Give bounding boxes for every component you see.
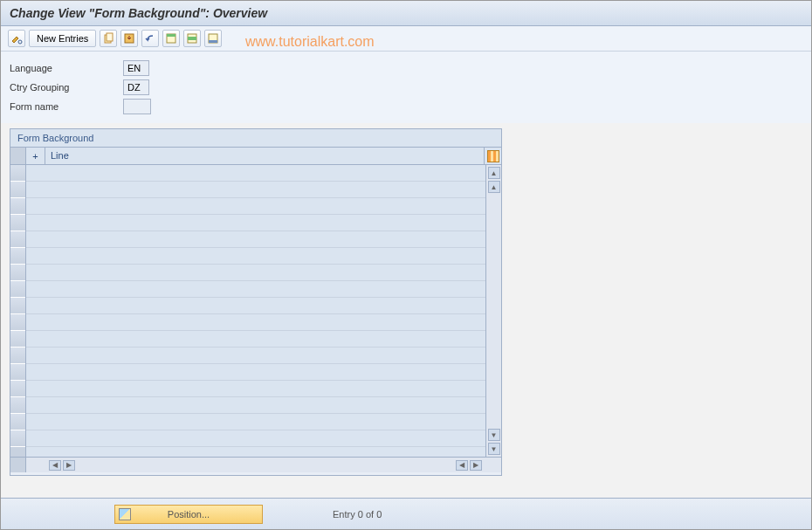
- table-data-area[interactable]: [26, 165, 485, 457]
- table-row[interactable]: [26, 231, 485, 248]
- row-selector[interactable]: [10, 198, 25, 215]
- table-row[interactable]: [26, 430, 485, 447]
- footer-bar: Position... Entry 0 of 0: [1, 498, 811, 529]
- table-row[interactable]: [26, 331, 485, 348]
- vertical-scrollbar[interactable]: ▲ ▲ ▼ ▼: [485, 165, 501, 457]
- table-corner: [10, 458, 26, 472]
- ctry-grouping-label: Ctry Grouping: [10, 82, 123, 93]
- table-config-icon[interactable]: [484, 148, 501, 164]
- svg-rect-7: [188, 37, 196, 40]
- table-row[interactable]: [26, 381, 485, 397]
- row-selector[interactable]: [10, 165, 25, 182]
- row-selector[interactable]: [10, 331, 25, 348]
- row-selector[interactable]: [10, 231, 25, 248]
- table-row[interactable]: [26, 215, 485, 231]
- row-selector[interactable]: [10, 215, 25, 231]
- row-selector[interactable]: [10, 430, 25, 447]
- table-row[interactable]: [26, 414, 485, 430]
- copy-icon[interactable]: [100, 30, 117, 47]
- language-label: Language: [10, 63, 123, 73]
- edit-glasses-icon[interactable]: [8, 30, 25, 47]
- select-all-icon[interactable]: [162, 30, 180, 47]
- scroll-down2-icon[interactable]: ▼: [488, 443, 500, 455]
- column-header-line[interactable]: Line: [45, 148, 484, 164]
- row-selector[interactable]: [10, 397, 25, 414]
- row-selector[interactable]: [10, 414, 25, 430]
- table-header: + Line: [10, 148, 501, 165]
- row-selector[interactable]: [10, 364, 25, 381]
- row-selector[interactable]: [10, 182, 25, 198]
- scroll-up2-icon[interactable]: ▲: [488, 181, 500, 193]
- select-all-column[interactable]: [10, 148, 26, 164]
- position-icon: [119, 508, 131, 520]
- row-selector[interactable]: [10, 348, 25, 364]
- table-title: Form Background: [10, 129, 501, 148]
- scroll-right-icon[interactable]: ▶: [63, 460, 75, 471]
- row-selector[interactable]: [10, 314, 25, 331]
- undo-icon[interactable]: [141, 30, 159, 47]
- svg-point-0: [18, 40, 22, 44]
- svg-rect-5: [167, 34, 175, 37]
- new-entries-button[interactable]: New Entries: [29, 30, 96, 47]
- scroll-down-icon[interactable]: ▼: [488, 429, 500, 441]
- scroll-up-icon[interactable]: ▲: [488, 167, 500, 179]
- form-name-field[interactable]: [123, 99, 151, 114]
- scroll-left2-icon[interactable]: ◀: [456, 460, 468, 471]
- language-field[interactable]: [123, 60, 149, 76]
- row-selector[interactable]: [10, 281, 25, 298]
- table-row[interactable]: [26, 182, 485, 198]
- position-button[interactable]: Position...: [114, 505, 263, 524]
- select-block-icon[interactable]: [183, 30, 201, 47]
- row-selector[interactable]: [10, 381, 25, 397]
- row-selector[interactable]: [10, 298, 25, 314]
- position-label: Position...: [168, 509, 210, 520]
- row-selector[interactable]: [10, 265, 25, 281]
- table-row[interactable]: [26, 348, 485, 364]
- table-row[interactable]: [26, 248, 485, 265]
- ctry-grouping-field[interactable]: [123, 79, 149, 95]
- table-row[interactable]: [26, 298, 485, 314]
- page-title: Change View "Form Background": Overview: [1, 1, 811, 26]
- table-row[interactable]: [26, 265, 485, 281]
- save-exit-icon[interactable]: [120, 30, 138, 47]
- row-selector[interactable]: [10, 248, 25, 265]
- column-header-plus[interactable]: +: [26, 148, 45, 164]
- table-row[interactable]: [26, 165, 485, 182]
- form-name-label: Form name: [10, 101, 123, 112]
- scroll-left-icon[interactable]: ◀: [49, 460, 61, 471]
- horizontal-scrollbar[interactable]: ◀ ▶ ◀ ▶: [10, 457, 501, 472]
- table-row[interactable]: [26, 397, 485, 414]
- toolbar: New Entries: [1, 26, 811, 52]
- table-row[interactable]: [26, 281, 485, 298]
- scroll-right2-icon[interactable]: ▶: [470, 460, 482, 471]
- table-row[interactable]: [26, 198, 485, 215]
- selection-form: Language Ctry Grouping Form name: [1, 52, 811, 123]
- svg-rect-9: [209, 40, 217, 43]
- entry-count-text: Entry 0 of 0: [333, 509, 382, 520]
- row-selector-column: [10, 165, 26, 457]
- table-row[interactable]: [26, 364, 485, 381]
- form-background-table: Form Background + Line ▲ ▲ ▼ ▼ ◀ ▶ ◀: [10, 128, 502, 476]
- table-body: ▲ ▲ ▼ ▼: [10, 165, 501, 457]
- table-row[interactable]: [26, 314, 485, 331]
- deselect-all-icon[interactable]: [204, 30, 222, 47]
- svg-rect-2: [107, 33, 113, 41]
